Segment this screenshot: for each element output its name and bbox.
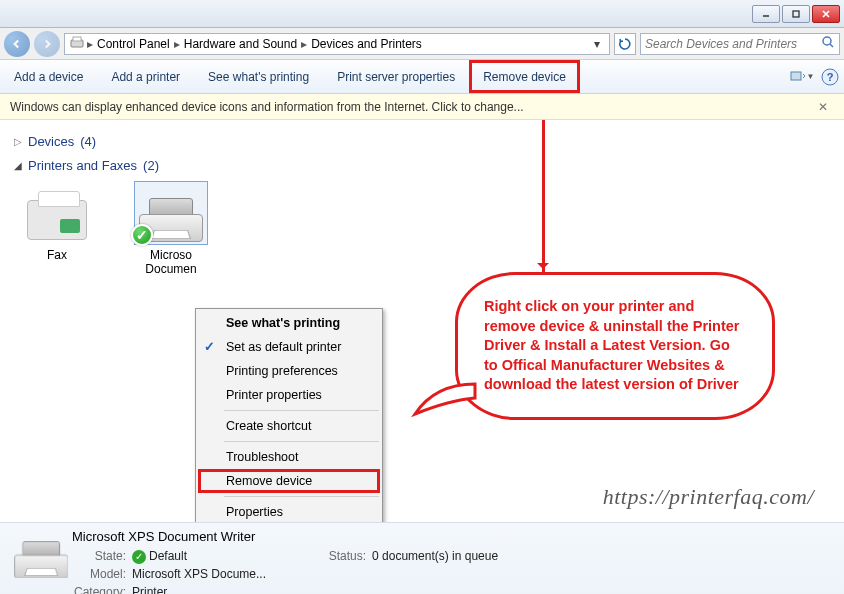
chevron-right-icon: ▸ (299, 37, 309, 51)
default-check-icon: ✓ (131, 224, 153, 246)
device-item-fax[interactable]: Fax (14, 182, 100, 277)
check-icon: ✓ (132, 550, 146, 564)
svg-text:?: ? (827, 71, 834, 83)
svg-rect-1 (793, 11, 799, 17)
address-dropdown-icon[interactable]: ▾ (589, 37, 605, 51)
group-label: Devices (28, 134, 74, 149)
state-value: ✓Default (132, 547, 187, 565)
svg-rect-8 (791, 72, 801, 80)
annotation-callout: Right click on your printer and remove d… (455, 272, 775, 420)
see-printing-button[interactable]: See what's printing (194, 60, 323, 93)
menu-separator (224, 441, 379, 442)
search-box[interactable] (640, 33, 840, 55)
callout-tail-icon (395, 374, 485, 434)
svg-point-6 (823, 37, 831, 45)
status-value: 0 document(s) in queue (372, 547, 498, 565)
search-icon (821, 35, 835, 53)
device-item-msxps[interactable]: ✓ MicrosoDocumen (128, 182, 214, 277)
menu-separator (224, 410, 379, 411)
content-area: ▷ Devices (4) ◢ Printers and Faxes (2) F… (0, 120, 844, 522)
fax-icon (21, 182, 93, 244)
svg-line-7 (830, 44, 833, 47)
add-printer-button[interactable]: Add a printer (97, 60, 194, 93)
group-count: (2) (143, 158, 159, 173)
details-pane: Microsoft XPS Document Writer State:✓Def… (0, 522, 844, 594)
view-options-button[interactable]: ▼ (788, 65, 816, 89)
group-count: (4) (80, 134, 96, 149)
watermark-url: https://printerfaq.com/ (603, 484, 814, 510)
menu-item-remove-device[interactable]: Remove device (198, 469, 380, 493)
status-label: Status: (326, 547, 366, 565)
device-label: MicrosoDocumen (128, 248, 214, 277)
printer-thumbnail-icon (10, 529, 72, 587)
menu-item-see-printing[interactable]: See what's printing (198, 311, 380, 335)
minimize-button[interactable] (752, 5, 780, 23)
menu-item-troubleshoot[interactable]: Troubleshoot (198, 445, 380, 469)
refresh-button[interactable] (614, 33, 636, 55)
nav-back-button[interactable] (4, 31, 30, 57)
remove-device-button[interactable]: Remove device (469, 60, 580, 93)
close-notification-button[interactable]: ✕ (812, 100, 834, 114)
devices-icon (69, 34, 85, 53)
collapse-icon: ▷ (14, 136, 22, 147)
breadcrumb-item[interactable]: Control Panel (95, 37, 172, 51)
printer-icon: ✓ (135, 182, 207, 244)
menu-item-printer-properties[interactable]: Printer properties (198, 383, 380, 407)
window-buttons (752, 5, 840, 23)
checkmark-icon: ✓ (204, 339, 215, 354)
category-label: Category: (72, 583, 126, 594)
annotation-arrow (542, 120, 545, 274)
chevron-right-icon: ▸ (172, 37, 182, 51)
menu-item-create-shortcut[interactable]: Create shortcut (198, 414, 380, 438)
address-bar-row: ▸ Control Panel ▸ Hardware and Sound ▸ D… (0, 28, 844, 60)
add-device-button[interactable]: Add a device (0, 60, 97, 93)
window-titlebar (0, 0, 844, 28)
chevron-right-icon: ▸ (85, 37, 95, 51)
breadcrumb-item[interactable]: Devices and Printers (309, 37, 424, 51)
context-menu: See what's printing ✓Set as default prin… (195, 308, 383, 522)
group-header-devices[interactable]: ▷ Devices (4) (14, 128, 830, 152)
expand-icon: ◢ (14, 160, 22, 171)
svg-rect-5 (73, 37, 81, 41)
close-button[interactable] (812, 5, 840, 23)
print-server-properties-button[interactable]: Print server properties (323, 60, 469, 93)
breadcrumb-item[interactable]: Hardware and Sound (182, 37, 299, 51)
group-header-printers[interactable]: ◢ Printers and Faxes (2) (14, 152, 830, 176)
menu-item-properties[interactable]: Properties (198, 500, 380, 522)
details-device-name: Microsoft XPS Document Writer (72, 529, 834, 544)
search-input[interactable] (645, 37, 821, 51)
menu-item-printing-preferences[interactable]: Printing preferences (198, 359, 380, 383)
notification-text: Windows can display enhanced device icon… (10, 100, 524, 114)
help-button[interactable]: ? (816, 65, 844, 89)
nav-forward-button[interactable] (34, 31, 60, 57)
notification-bar[interactable]: Windows can display enhanced device icon… (0, 94, 844, 120)
model-value: Microsoft XPS Docume... (132, 565, 266, 583)
maximize-button[interactable] (782, 5, 810, 23)
annotation-text: Right click on your printer and remove d… (455, 272, 775, 420)
state-label: State: (72, 547, 126, 565)
model-label: Model: (72, 565, 126, 583)
device-label: Fax (14, 248, 100, 262)
breadcrumb[interactable]: ▸ Control Panel ▸ Hardware and Sound ▸ D… (64, 33, 610, 55)
menu-item-set-default[interactable]: ✓Set as default printer (198, 335, 380, 359)
printers-item-grid: Fax ✓ MicrosoDocumen (14, 176, 830, 283)
menu-separator (224, 496, 379, 497)
group-label: Printers and Faxes (28, 158, 137, 173)
category-value: Printer (132, 583, 167, 594)
command-toolbar: Add a device Add a printer See what's pr… (0, 60, 844, 94)
